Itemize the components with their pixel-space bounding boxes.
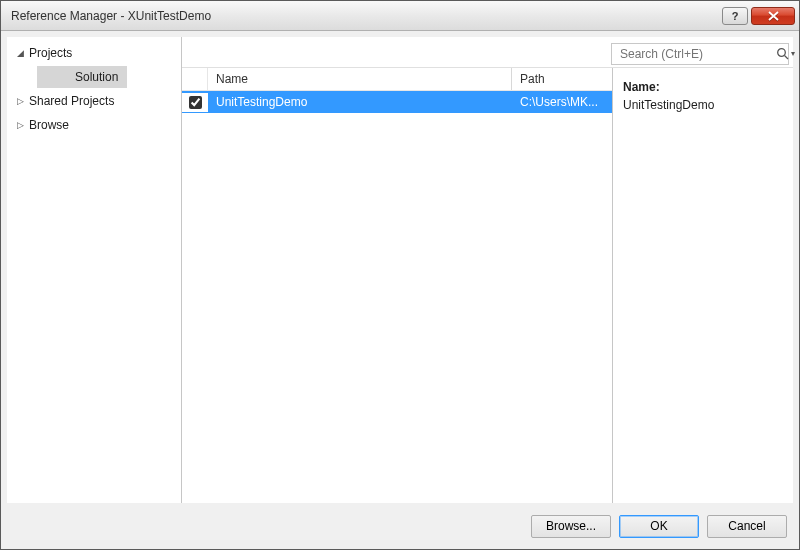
row-check-cell[interactable] <box>182 93 208 112</box>
close-button[interactable] <box>751 7 795 25</box>
main-content: ◢ Projects Solution ▷ Shared Projects ▷ … <box>7 37 793 503</box>
nav-item-browse[interactable]: ▷ Browse <box>7 113 181 137</box>
nav-item-projects[interactable]: ◢ Projects <box>7 41 181 65</box>
button-bar: Browse... OK Cancel <box>7 503 793 543</box>
list-details-wrap: Name Path UnitTestingDemo <box>182 67 793 503</box>
nav-label: Projects <box>29 46 72 60</box>
nav-label: Browse <box>29 118 69 132</box>
ok-button[interactable]: OK <box>619 515 699 538</box>
details-name-value: UnitTestingDemo <box>623 98 783 112</box>
browse-button[interactable]: Browse... <box>531 515 611 538</box>
collapse-icon: ▷ <box>15 96 25 106</box>
search-icon[interactable]: ▾ <box>776 47 795 61</box>
search-input[interactable] <box>618 46 772 62</box>
search-box[interactable]: ▾ <box>611 43 789 65</box>
reference-manager-window: Reference Manager - XUnitTestDemo ? ◢ Pr… <box>0 0 800 550</box>
column-path[interactable]: Path <box>512 68 612 90</box>
collapse-icon: ▷ <box>15 120 25 130</box>
row-path-cell: C:\Users\MK... <box>512 95 612 109</box>
svg-line-1 <box>785 55 789 59</box>
include-checkbox[interactable] <box>189 96 202 109</box>
category-nav: ◢ Projects Solution ▷ Shared Projects ▷ … <box>7 37 182 503</box>
row-name-cell: UnitTestingDemo <box>208 95 512 109</box>
help-icon: ? <box>732 10 739 22</box>
nav-item-shared-projects[interactable]: ▷ Shared Projects <box>7 89 181 113</box>
column-name[interactable]: Name <box>208 68 512 90</box>
close-icon <box>768 11 779 21</box>
details-panel: Name: UnitTestingDemo <box>613 68 793 503</box>
dialog-body: ◢ Projects Solution ▷ Shared Projects ▷ … <box>1 31 799 549</box>
table-row[interactable]: UnitTestingDemo C:\Users\MK... <box>182 91 612 113</box>
help-button[interactable]: ? <box>722 7 748 25</box>
nav-subitem-solution[interactable]: Solution <box>37 66 127 88</box>
expand-icon: ◢ <box>15 48 25 58</box>
window-buttons: ? <box>722 7 795 25</box>
window-title: Reference Manager - XUnitTestDemo <box>11 9 722 23</box>
column-check[interactable] <box>182 68 208 90</box>
nav-label: Shared Projects <box>29 94 114 108</box>
grid-header: Name Path <box>182 68 612 91</box>
center-panel: ▾ Name Path <box>182 37 793 503</box>
cancel-button[interactable]: Cancel <box>707 515 787 538</box>
reference-grid: Name Path UnitTestingDemo <box>182 68 613 503</box>
svg-point-0 <box>778 48 786 56</box>
details-name-label: Name: <box>623 80 783 94</box>
titlebar[interactable]: Reference Manager - XUnitTestDemo ? <box>1 1 799 31</box>
search-row: ▾ <box>182 37 793 67</box>
nav-sub-label: Solution <box>75 70 118 84</box>
grid-body[interactable]: UnitTestingDemo C:\Users\MK... <box>182 91 612 503</box>
